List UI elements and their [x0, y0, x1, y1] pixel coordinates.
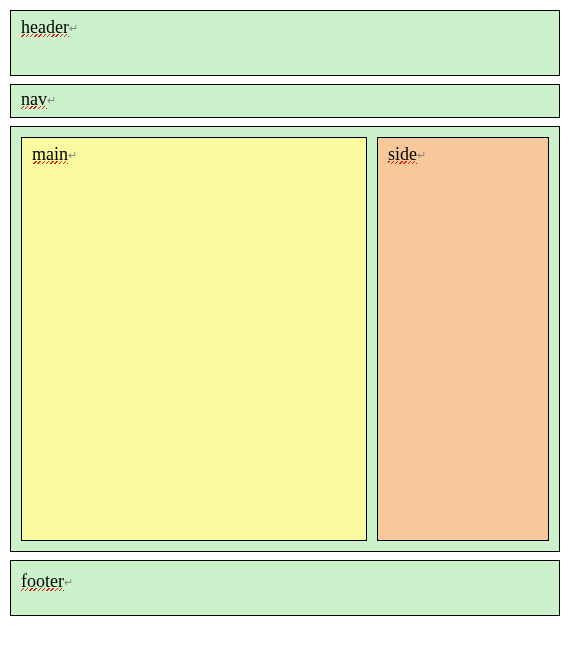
- nav-label: nav: [21, 89, 47, 110]
- footer-label: footer: [21, 571, 64, 592]
- side-label: side: [388, 144, 417, 165]
- nav-region: nav↵: [10, 84, 560, 118]
- main-region: main↵: [21, 137, 367, 541]
- return-mark: ↵: [64, 576, 73, 588]
- return-mark: ↵: [47, 94, 56, 106]
- footer-region: footer↵: [10, 560, 560, 616]
- header-region: header↵: [10, 10, 560, 76]
- return-mark: ↵: [68, 149, 77, 161]
- main-label: main: [32, 144, 68, 165]
- side-region: side↵: [377, 137, 549, 541]
- return-mark: ↵: [417, 149, 426, 161]
- header-label: header: [21, 17, 69, 38]
- return-mark: ↵: [69, 22, 78, 34]
- content-region: main↵ side↵: [10, 126, 560, 552]
